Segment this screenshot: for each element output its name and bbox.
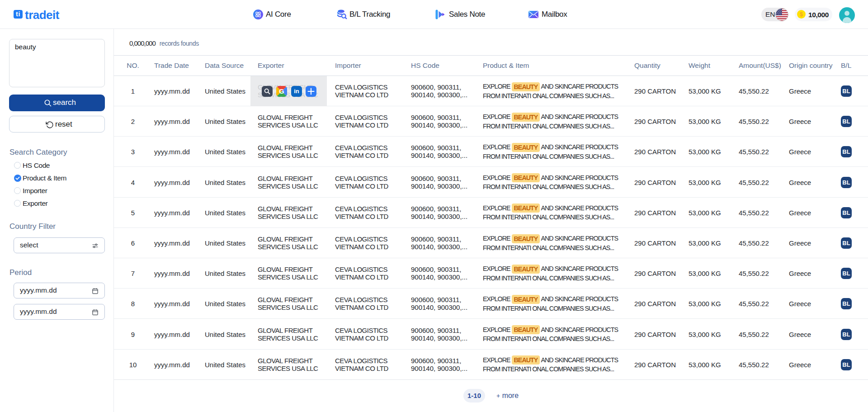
svg-text:$: $: [800, 11, 803, 18]
svg-text:G: G: [279, 88, 284, 95]
